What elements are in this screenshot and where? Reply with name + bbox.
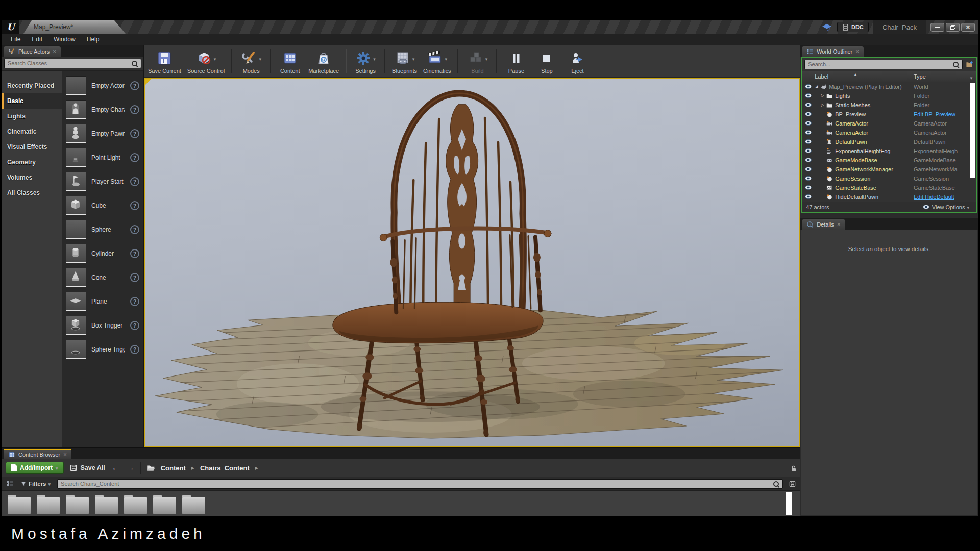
type-filter-icon[interactable] [969, 76, 973, 81]
sources-panel-icon[interactable] [6, 480, 14, 488]
help-question-icon[interactable] [130, 273, 139, 282]
visibility-eye-icon[interactable] [804, 166, 812, 172]
category-recently-placed[interactable]: Recently Placed [2, 78, 62, 93]
visibility-eye-icon[interactable] [804, 93, 812, 98]
visibility-eye-icon[interactable] [804, 84, 812, 89]
outliner-row-cameraactor[interactable]: CameraActorCameraActor [802, 119, 976, 128]
category-cinematic[interactable]: Cinematic [2, 124, 62, 139]
place-item-empty-actor[interactable]: Empty Actor [66, 74, 143, 98]
toolbar-eject[interactable]: Eject [562, 48, 593, 74]
minimize-button[interactable] [930, 23, 944, 32]
tab-world-outliner[interactable]: World Outliner [802, 46, 864, 57]
menu-help[interactable]: Help [81, 36, 105, 43]
asset-folder-icon[interactable] [95, 497, 118, 514]
outliner-row-cameraactor[interactable]: CameraActorCameraActor [802, 128, 976, 137]
outliner-row-hidedefaultpawn[interactable]: HideDefaultPawnEdit HideDefault [802, 192, 976, 202]
add-import-button[interactable]: Add/Import [6, 462, 64, 474]
visibility-eye-icon[interactable] [804, 102, 812, 108]
outliner-row-gamestatebase[interactable]: GameStateBaseGameStateBase [802, 183, 976, 192]
toolbar-modes[interactable]: Modes [236, 48, 266, 74]
back-arrow-button[interactable]: ← [111, 464, 121, 472]
place-item-plane[interactable]: Plane [66, 290, 143, 314]
visibility-eye-icon[interactable] [804, 176, 812, 181]
help-question-icon[interactable] [130, 81, 139, 90]
column-header-label[interactable]: Label [802, 73, 914, 80]
place-item-cylinder[interactable]: Cylinder [66, 242, 143, 266]
outliner-row-defaultpawn[interactable]: DefaultPawnDefaultPawn [802, 137, 976, 146]
outliner-row-gamesession[interactable]: GameSessionGameSession [802, 174, 976, 183]
asset-folder-icon[interactable] [153, 497, 176, 514]
outliner-search-input[interactable] [804, 60, 963, 69]
category-all-classes[interactable]: All Classes [2, 185, 62, 201]
help-question-icon[interactable] [130, 177, 139, 186]
toolbar-stop[interactable]: Stop [531, 48, 562, 74]
view-options-button[interactable]: View Options [919, 204, 972, 211]
outliner-row-lights[interactable]: ▷LightsFolder [802, 91, 976, 101]
outliner-scrollbar[interactable] [970, 83, 975, 178]
category-lights[interactable]: Lights [2, 109, 62, 124]
category-visual-effects[interactable]: Visual Effects [2, 139, 62, 155]
help-question-icon[interactable] [130, 345, 139, 354]
expand-arrow-icon[interactable]: ▷ [820, 103, 825, 107]
category-geometry[interactable]: Geometry [2, 155, 62, 170]
asset-folder-icon[interactable] [8, 497, 31, 514]
viewport-3d[interactable] [144, 78, 800, 447]
search-classes-input[interactable] [4, 59, 141, 68]
toolbar-settings[interactable]: Settings [350, 48, 381, 74]
save-all-button[interactable]: Save All [68, 464, 106, 472]
visibility-eye-icon[interactable] [804, 111, 812, 117]
visibility-eye-icon[interactable] [804, 130, 812, 135]
help-question-icon[interactable] [130, 249, 139, 258]
breadcrumb-chevron-icon[interactable] [255, 466, 258, 470]
breadcrumb-chairs-content[interactable]: Chairs_Content [199, 464, 251, 472]
toolbar-save-current[interactable]: Save Current [145, 48, 184, 74]
breadcrumb-content[interactable]: Content [160, 464, 187, 472]
toolbar-pause[interactable]: Pause [501, 48, 531, 74]
outliner-row-static-meshes[interactable]: ▷Static MeshesFolder [802, 101, 976, 110]
toolbar-source-control[interactable]: Source Control [184, 48, 228, 74]
expand-arrow-icon[interactable]: ◢ [814, 84, 819, 89]
asset-folder-icon[interactable] [182, 497, 205, 514]
toolbar-marketplace[interactable]: Marketplace [305, 48, 342, 74]
lock-icon[interactable] [789, 464, 796, 472]
close-tab-icon[interactable] [53, 48, 56, 55]
tab-details[interactable]: Details [802, 219, 845, 230]
place-item-cone[interactable]: Cone [66, 266, 143, 290]
place-item-point-light[interactable]: Point Light [66, 146, 143, 170]
place-item-cube[interactable]: Cube [66, 194, 143, 218]
save-search-icon[interactable] [789, 480, 796, 488]
visibility-eye-icon[interactable] [804, 139, 812, 144]
visibility-eye-icon[interactable] [804, 148, 812, 154]
tutorial-cap-icon[interactable] [821, 22, 832, 32]
help-question-icon[interactable] [130, 297, 139, 306]
visibility-eye-icon[interactable] [804, 194, 812, 199]
column-header-type[interactable]: Type [914, 73, 976, 80]
tab-content-browser[interactable]: Content Browser [4, 449, 71, 459]
place-item-sphere-trigg[interactable]: Sphere Trigg [66, 338, 143, 362]
restore-button[interactable] [946, 23, 960, 32]
toolbar-cinematics[interactable]: Cinematics [420, 48, 454, 74]
outliner-row-map-preview-play-in-editor[interactable]: ◢Map_Preview (Play In Editor)World [802, 82, 976, 91]
close-button[interactable] [961, 23, 975, 32]
search-assets-input[interactable] [57, 479, 783, 489]
category-volumes[interactable]: Volumes [2, 170, 62, 185]
place-item-sphere[interactable]: Sphere [66, 218, 143, 242]
outliner-row-exponentialheightfog[interactable]: ExponentialHeightFogExponentialHeigh [802, 146, 976, 156]
help-question-icon[interactable] [130, 153, 139, 162]
place-item-player-start[interactable]: Player Start [66, 170, 143, 194]
menu-window[interactable]: Window [48, 36, 81, 43]
outliner-row-bp-preview[interactable]: BP_PreviewEdit BP_Preview [802, 110, 976, 119]
help-question-icon[interactable] [130, 321, 139, 330]
place-item-empty-pawn[interactable]: Empty Pawn [66, 122, 143, 146]
menu-file[interactable]: File [5, 36, 26, 43]
asset-folder-icon[interactable] [124, 497, 147, 514]
close-tab-icon[interactable] [855, 48, 859, 55]
forward-arrow-button[interactable]: → [126, 464, 136, 472]
place-item-empty-charac[interactable]: Empty Charac [66, 98, 143, 122]
help-question-icon[interactable] [130, 105, 139, 114]
expand-arrow-icon[interactable]: ▷ [820, 93, 825, 98]
create-folder-icon[interactable] [965, 60, 974, 68]
outliner-row-gamenetworkmanager[interactable]: GameNetworkManagerGameNetworkMa [802, 165, 976, 174]
ddc-button[interactable]: DDC [837, 22, 869, 32]
place-item-box-trigger[interactable]: Box Trigger [66, 314, 143, 338]
